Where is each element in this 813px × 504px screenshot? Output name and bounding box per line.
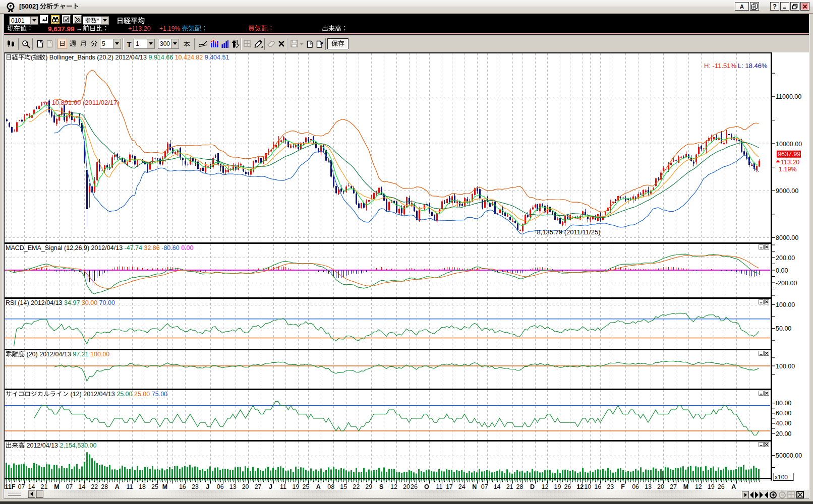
panel-minimize-button[interactable] — [759, 443, 764, 447]
text-segment: 30.00 — [82, 299, 99, 306]
close-button[interactable] — [800, 2, 809, 11]
volume-bars-button[interactable] — [220, 39, 230, 49]
chart-canvas[interactable]: 10,891.60 (2011/02/17)8,135.79 (2011/11/… — [0, 52, 813, 490]
text-segment: -80.60 — [161, 244, 181, 251]
x-axis-label: 11 — [127, 483, 133, 490]
period-week-label — [70, 39, 76, 48]
category-dropdown[interactable] — [101, 17, 108, 24]
panel-minimize-button[interactable] — [759, 300, 764, 304]
plot-left-border — [4, 52, 5, 489]
panel-close-button[interactable] — [765, 443, 769, 447]
help-button[interactable]: ? — [770, 2, 779, 11]
period-minute-button[interactable] — [89, 39, 99, 49]
period-day-button[interactable] — [57, 39, 67, 49]
window-title: [5002] — [19, 3, 79, 11]
x-icon — [278, 40, 285, 47]
horizontal-scrollbar[interactable] — [4, 490, 809, 498]
panel-title-volume: 2012/04/13 2,154,530.00 — [6, 442, 97, 450]
x-axis-label: 15 — [340, 483, 347, 490]
zoom-tool-button[interactable] — [21, 39, 32, 49]
bars-count-combo[interactable]: 300 — [158, 39, 179, 49]
x-axis-label: 20 — [657, 483, 664, 490]
text-segment: RSI (14) 2012/04/13 — [6, 299, 64, 306]
search-button[interactable] — [51, 15, 60, 24]
text-segment: -47.74 — [125, 244, 144, 251]
bars-count-dropdown[interactable] — [171, 39, 179, 48]
text-run: 0.00 — [181, 244, 193, 251]
panel-minimize-button[interactable] — [759, 351, 764, 356]
panel-minimize-button[interactable] — [759, 391, 764, 396]
chart-area[interactable]: 10,891.60 (2011/02/17)8,135.79 (2011/11/… — [0, 52, 813, 490]
panel-bg-price — [4, 52, 771, 242]
bars-unit-text — [184, 39, 190, 49]
panel-close-button[interactable] — [765, 351, 769, 356]
text-segment: [5002] — [19, 3, 79, 10]
no-draw-button[interactable] — [73, 15, 82, 24]
save-button[interactable] — [327, 38, 349, 49]
draw-tool-button[interactable] — [253, 39, 263, 49]
title-bar[interactable]: [5002] A ? — [0, 0, 813, 14]
text-segment: 100.00 — [90, 351, 109, 358]
expand-horizontal-icon[interactable] — [750, 491, 759, 498]
tick-dropdown[interactable] — [147, 39, 154, 48]
y-axis-label: 40.00 — [776, 420, 791, 427]
scroll-grip[interactable] — [8, 494, 21, 496]
quote-header: 0101 * 9,637.99 → +113.20 +1.19% — [4, 14, 810, 33]
scroll-left-button[interactable] — [28, 490, 35, 498]
x-axis-label: 21 — [40, 483, 47, 490]
text-segment: MACD_EMA_Signal (12,26,9) 2012/04/13 — [6, 244, 125, 251]
y-axis-label: 200.00 — [776, 255, 795, 262]
x-axis-label: 26 — [411, 483, 418, 490]
colored-bars-button[interactable] — [209, 39, 219, 49]
new-page-button[interactable] — [35, 39, 45, 49]
restore-button[interactable] — [790, 2, 799, 11]
jp-text-run — [70, 40, 76, 48]
close-panel-icon[interactable] — [796, 491, 804, 499]
panel-border — [4, 52, 772, 53]
panel-title-kairi: (20) 2012/04/13 97.21 100.00 — [6, 351, 109, 358]
font-button[interactable]: A — [735, 2, 749, 11]
minute-interval-combo[interactable]: 5 — [100, 39, 121, 49]
candlestick-tool-button[interactable] — [6, 39, 16, 49]
blue-bars-icon — [221, 40, 228, 48]
text-run: 10,424.82 — [175, 54, 205, 61]
symbol-code-dropdown[interactable] — [30, 17, 38, 24]
panel-close-button[interactable] — [765, 391, 769, 396]
minute-interval-dropdown[interactable] — [113, 39, 121, 48]
play-button[interactable] — [741, 491, 749, 499]
line-chart-button[interactable] — [198, 39, 208, 49]
scroll-grip[interactable] — [8, 492, 21, 493]
x-axis-label: 22 — [353, 483, 360, 490]
zoom-in-icon[interactable] — [769, 491, 777, 499]
text-segment: 2012/04/13 — [6, 442, 60, 449]
category-combo[interactable]: * — [83, 16, 109, 25]
page-down-button[interactable] — [305, 39, 315, 49]
bars-count-value: 300 — [160, 40, 170, 47]
enter-button[interactable] — [40, 15, 48, 24]
text-segment — [91, 39, 97, 47]
collapse-horizontal-icon[interactable] — [760, 491, 768, 498]
panel-title-psy: (12) 2012/04/13 25.00 25.00 75.00 — [6, 391, 167, 398]
tick-combo[interactable]: 1 — [134, 39, 155, 49]
delete-all-button[interactable] — [276, 39, 286, 49]
edit-registration-button[interactable] — [62, 15, 71, 24]
page-p-button[interactable]: P — [315, 39, 325, 49]
jp-text-run — [331, 40, 344, 48]
copy-button[interactable] — [750, 2, 759, 11]
panel-close-button[interactable] — [765, 300, 769, 304]
text-run: 9,914.66 — [148, 54, 175, 61]
jp-text-run — [322, 25, 348, 33]
x-axis-label: 24 — [458, 483, 466, 490]
symbol-code-combo[interactable]: 0101 — [9, 16, 38, 25]
panel-minimize-button[interactable] — [759, 245, 764, 249]
x-axis-label: 28 — [101, 483, 108, 490]
y-axis-label: 20.00 — [776, 430, 791, 437]
x-axis-label: J — [269, 483, 272, 490]
period-week-button[interactable] — [68, 39, 78, 49]
panel-title-macd: MACD_EMA_Signal (12,26,9) 2012/04/13 -47… — [6, 244, 194, 251]
updown-arrows-button[interactable] — [230, 39, 240, 49]
minimize-button[interactable] — [780, 2, 789, 11]
panel-close-button[interactable] — [765, 245, 769, 249]
scroll-thumb[interactable] — [36, 490, 43, 498]
period-month-button[interactable] — [79, 39, 88, 49]
